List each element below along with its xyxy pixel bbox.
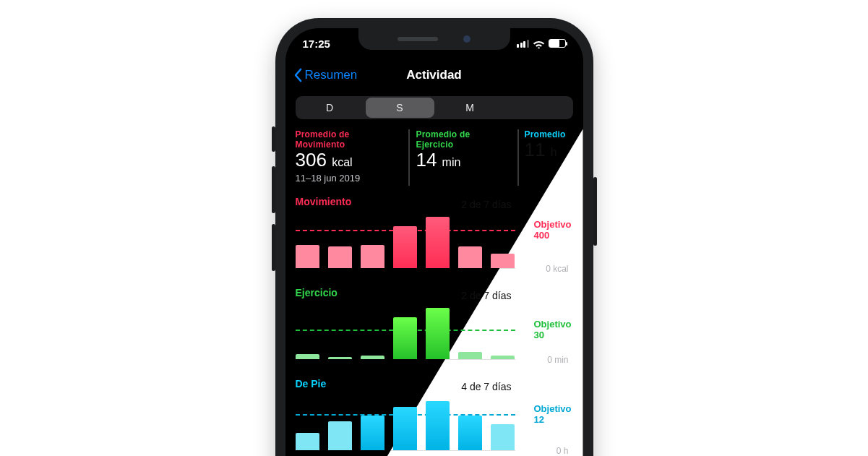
chart-ex-bars <box>296 307 515 359</box>
mute-switch <box>272 126 275 152</box>
bar <box>328 357 352 359</box>
summary-stand-value: 11 h <box>525 139 566 161</box>
summary-move: Promedio de Movimiento 306 kcal 11–18 ju… <box>296 129 409 186</box>
summary-stand: Promedio 11 h <box>525 129 573 186</box>
divider <box>517 129 519 186</box>
wifi-icon <box>533 39 545 48</box>
bar <box>361 356 384 359</box>
bar <box>458 416 482 450</box>
speaker-grille <box>398 37 438 41</box>
phone-screen: 17:25 Resumen Actividad D S M <box>285 28 583 456</box>
bar <box>296 354 319 359</box>
bar <box>361 245 384 268</box>
clock: 17:25 <box>303 38 330 50</box>
volume-down <box>272 224 275 271</box>
chart-ex-baseline <box>296 359 515 360</box>
chart-move-goal: Objetivo 400 <box>533 220 571 241</box>
bar <box>361 416 384 450</box>
summary-exercise: Promedio de Ejercicio 14 min <box>416 129 517 186</box>
chart-ex-zero: 0 min <box>547 355 568 365</box>
chart-move-baseline <box>296 268 515 269</box>
activity-summary: Promedio de Movimiento 306 kcal 11–18 ju… <box>296 129 573 186</box>
page-title: Actividad <box>406 68 462 82</box>
bar <box>426 401 450 450</box>
chart-stand-bars <box>296 398 515 450</box>
chart-stand-zero: 0 h <box>557 446 569 456</box>
canvas: 17:25 Resumen Actividad D S M <box>0 0 868 456</box>
summary-ex-value: 14 min <box>416 150 510 171</box>
volume-up <box>272 166 275 213</box>
chart-ex-goal: Objetivo 30 <box>533 319 571 341</box>
bar <box>491 356 515 359</box>
back-label: Resumen <box>305 68 358 82</box>
cellular-icon <box>517 40 529 48</box>
bar <box>426 217 450 268</box>
summary-ex-label: Promedio de Ejercicio <box>416 129 510 150</box>
battery-icon <box>549 39 566 48</box>
bar <box>491 424 515 450</box>
summary-date-range: 11–18 jun 2019 <box>296 173 402 184</box>
nav-bar: Resumen Actividad <box>285 60 583 90</box>
power-button <box>593 177 597 246</box>
summary-move-label: Promedio de Movimiento <box>296 129 402 150</box>
chart-stand-baseline <box>296 450 515 451</box>
back-button[interactable]: Resumen <box>293 68 358 82</box>
phone-frame: 17:25 Resumen Actividad D S M <box>275 18 593 456</box>
notch <box>358 28 510 50</box>
segment-day[interactable]: D <box>296 96 364 119</box>
chart-exercise: Ejercicio 2 de 7 días Objetivo 30 0 min <box>296 287 573 366</box>
chart-move-title: Movimiento <box>296 196 573 207</box>
chart-move: Movimiento 2 de 7 días Objetivo 400 0 kc… <box>296 196 573 275</box>
chart-stand-goal: Objetivo 12 <box>533 404 571 426</box>
chart-ex-count: 2 de 7 días <box>461 290 511 301</box>
bar <box>296 433 319 450</box>
bar <box>491 254 515 268</box>
chart-move-zero: 0 kcal <box>546 264 568 274</box>
chart-ex-title: Ejercicio <box>296 287 573 298</box>
chart-move-count: 2 de 7 días <box>461 199 511 210</box>
chart-move-bars <box>296 216 515 268</box>
chevron-left-icon <box>293 68 303 82</box>
chart-stand-title: De Pie <box>296 378 573 390</box>
divider <box>408 129 410 186</box>
time-range-segment[interactable]: D S M A <box>296 96 573 119</box>
chart-stand: De Pie 4 de 7 días Objetivo 12 0 h <box>296 378 573 456</box>
bar <box>328 421 352 450</box>
chart-stand-count: 4 de 7 días <box>461 381 511 392</box>
bar <box>393 407 417 450</box>
bar <box>426 308 450 359</box>
segment-week[interactable]: S <box>366 98 434 118</box>
segment-month[interactable]: M <box>436 96 504 119</box>
segment-year[interactable]: A <box>504 96 573 119</box>
front-camera <box>463 35 470 43</box>
bar <box>393 226 417 269</box>
bar <box>296 245 319 268</box>
summary-move-value: 306 kcal <box>296 150 402 171</box>
bar <box>328 246 352 268</box>
summary-stand-label: Promedio <box>525 129 566 139</box>
bar <box>393 317 417 359</box>
bar <box>458 246 482 268</box>
bar <box>458 352 482 359</box>
